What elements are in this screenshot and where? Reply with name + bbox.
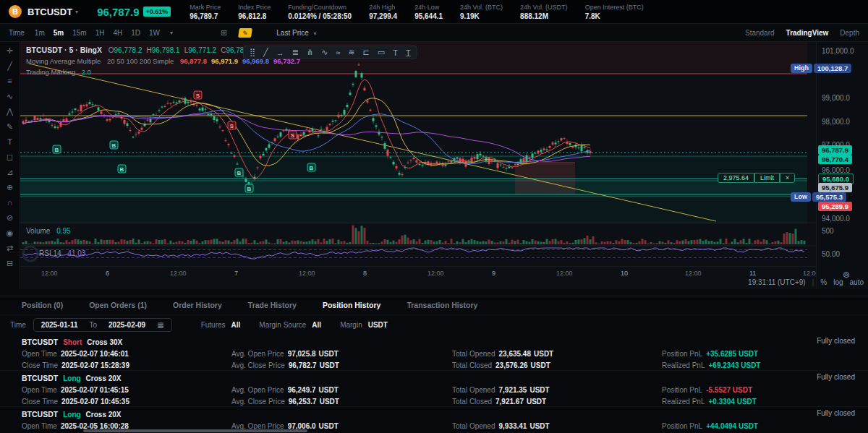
order-qty[interactable]: 2,975.64 <box>718 173 754 183</box>
field-label: Close Time <box>22 361 58 369</box>
xabcd-pattern-icon[interactable]: ⋀ <box>4 106 17 117</box>
chevron-down-icon[interactable]: ▾ <box>75 9 78 15</box>
interval-1W[interactable]: 1W <box>145 27 164 38</box>
margin-source-filter[interactable]: Margin Source All <box>259 321 321 329</box>
arrow-icon[interactable]: → <box>276 48 284 57</box>
ma-value: 96,971.9 <box>211 57 238 65</box>
interval-5m[interactable]: 5m <box>49 27 68 38</box>
interval-time-label[interactable]: Time <box>9 29 25 37</box>
ticker-stat: Mark Price96,789.7 <box>190 4 221 20</box>
field-value: 2025-02-07 01:45:15 <box>61 386 129 394</box>
svg-text:S: S <box>196 93 200 99</box>
axis-tick: 94,000.0 <box>822 215 850 223</box>
tab-position-history[interactable]: Position History <box>323 301 381 309</box>
ohlc-segment: L96,771.2 <box>184 46 217 54</box>
horizontal-lines-icon[interactable]: ≣ <box>292 48 299 57</box>
horizontal-scrollbar[interactable] <box>83 429 307 432</box>
field-label: Total Opened <box>452 422 495 430</box>
mode-depth[interactable]: Depth <box>840 29 859 37</box>
row-field: Avg. Open Price96,249.7USDT <box>231 385 339 395</box>
row-field: Total Opened9,933.41USDT <box>452 421 550 432</box>
fib-retracement-icon[interactable]: ≡ <box>4 76 17 87</box>
open-order-chip: 2,975.64 Limit × <box>718 173 795 183</box>
rsi-label[interactable]: RSI 14 <box>39 249 61 257</box>
date-range-input[interactable]: 2025-01-11 To 2025-02-09 ▦ <box>33 318 172 332</box>
price-source-select[interactable]: Last Price ▾ <box>276 29 316 37</box>
row-field: Total Opened23,635.48USDT <box>452 348 553 359</box>
mode-tradingview[interactable]: TradingView <box>786 29 829 37</box>
stat-label: Open Interest (BTC) <box>585 4 644 11</box>
tab-position-0-[interactable]: Position (0) <box>22 301 63 309</box>
row-field: Total Closed23,576.26USDT <box>452 360 550 371</box>
trading-marking-label[interactable]: Trading Marking <box>26 68 75 76</box>
zigzag-icon[interactable]: ≈ <box>336 48 340 57</box>
scale-%[interactable]: % <box>820 278 827 286</box>
futures-filter[interactable]: Futures All <box>201 321 241 329</box>
interval-15m[interactable]: 15m <box>68 27 90 38</box>
text-icon[interactable]: T <box>393 48 398 57</box>
lock-icon[interactable]: ⊘ <box>4 213 17 223</box>
row-symbol-line: BTCUSDTLongCross 20X <box>22 409 122 420</box>
text-icon[interactable]: T <box>4 137 17 147</box>
ma-indicator-label[interactable]: Moving Average Multiple <box>26 57 101 65</box>
volume-label[interactable]: Volume <box>26 227 50 235</box>
parallel-channel-icon[interactable]: ≋ <box>348 48 354 57</box>
field-unit: USDT <box>320 398 339 406</box>
crosshair-icon[interactable]: ✛ <box>4 46 17 56</box>
measure-icon[interactable]: ⊿ <box>4 167 17 178</box>
trash-icon[interactable]: ⊟ <box>4 258 17 269</box>
date-to[interactable]: 2025-02-09 <box>109 321 145 329</box>
magnet-icon[interactable]: ∩ <box>4 197 17 208</box>
tab-trade-history[interactable]: Trade History <box>248 301 297 309</box>
legend-symbol[interactable]: BTCUSDT · 5 · BingX <box>26 46 102 54</box>
zoom-in-icon[interactable]: ⊕ <box>4 182 17 193</box>
flag-icon[interactable]: ⊏ <box>363 48 370 57</box>
anchored-text-icon[interactable]: T̲ <box>406 48 411 57</box>
indicator-icon[interactable]: ⊞ <box>221 28 227 38</box>
interval-1H[interactable]: 1H <box>91 27 109 38</box>
rectangle-icon[interactable]: ▭ <box>378 48 385 57</box>
date-from[interactable]: 2025-01-11 <box>41 321 78 329</box>
stat-value: 95,644.1 <box>414 12 443 20</box>
row-field: Total Opened7,921.35USDT <box>452 385 550 395</box>
shapes-icon[interactable]: ◻ <box>4 152 17 163</box>
field-unit: USDT <box>320 361 339 369</box>
side-badge: Long <box>63 374 80 382</box>
stat-label: 24h High <box>369 4 397 11</box>
trend-line-icon[interactable]: ╱ <box>263 48 268 57</box>
drag-handle-icon[interactable]: ⣿ <box>250 48 255 57</box>
stat-value: 9.19K <box>460 12 503 20</box>
time-axis[interactable]: 12:00612:00712:00812:00912:001012:001112… <box>20 266 816 278</box>
tab-order-history[interactable]: Order History <box>173 301 222 309</box>
price-axis[interactable]: 101,000.0High100,128.799,000.098,000.097… <box>816 42 868 289</box>
draw-tool-icon[interactable]: ✎ <box>238 28 252 38</box>
brush-icon[interactable]: ✎ <box>4 121 17 132</box>
margin-filter[interactable]: Margin USDT <box>340 321 388 329</box>
wave-pattern-icon[interactable]: ∿ <box>4 91 17 102</box>
interval-1D[interactable]: 1D <box>127 27 145 38</box>
calendar-icon[interactable]: ▦ <box>157 321 163 329</box>
scale-auto[interactable]: auto <box>850 278 864 286</box>
chevron-down-icon[interactable]: ▾ <box>170 30 173 36</box>
elliott-wave-icon[interactable]: ∿ <box>321 48 328 57</box>
time-tick: 8 <box>363 270 367 277</box>
hide-drawings-icon[interactable]: ◉ <box>4 228 17 239</box>
trend-line-icon[interactable]: ╱ <box>4 61 17 72</box>
scale-log[interactable]: log <box>833 278 843 286</box>
interval-1m[interactable]: 1m <box>30 27 49 38</box>
field-value: 2025-02-07 15:28:39 <box>61 361 129 369</box>
pitchfork-icon[interactable]: ⋔ <box>307 48 313 57</box>
mode-standard[interactable]: Standard <box>745 29 775 37</box>
tab-open-orders-1-[interactable]: Open Orders (1) <box>89 301 147 309</box>
interval-4H[interactable]: 4H <box>109 27 127 38</box>
order-cancel-icon[interactable]: × <box>780 173 795 183</box>
chart-status-bar: 19:31:11 (UTC+9) | %logauto <box>748 278 864 286</box>
axis-tick: 98,000.0 <box>822 118 850 126</box>
tab-transaction-history[interactable]: Transaction History <box>407 301 477 309</box>
symbol-name[interactable]: BTCUSDT <box>27 7 72 17</box>
field-value: +35.6285 USDT <box>706 350 758 358</box>
chart-canvas[interactable]: BBBSSBBSB BTCUSDT · 5 · BingX O96,778.2H… <box>20 42 816 289</box>
panel-tabs: Position (0)Open Orders (1)Order History… <box>0 296 868 314</box>
compare-icon[interactable]: ⇄ <box>4 243 17 254</box>
order-type[interactable]: Limit <box>754 173 780 183</box>
